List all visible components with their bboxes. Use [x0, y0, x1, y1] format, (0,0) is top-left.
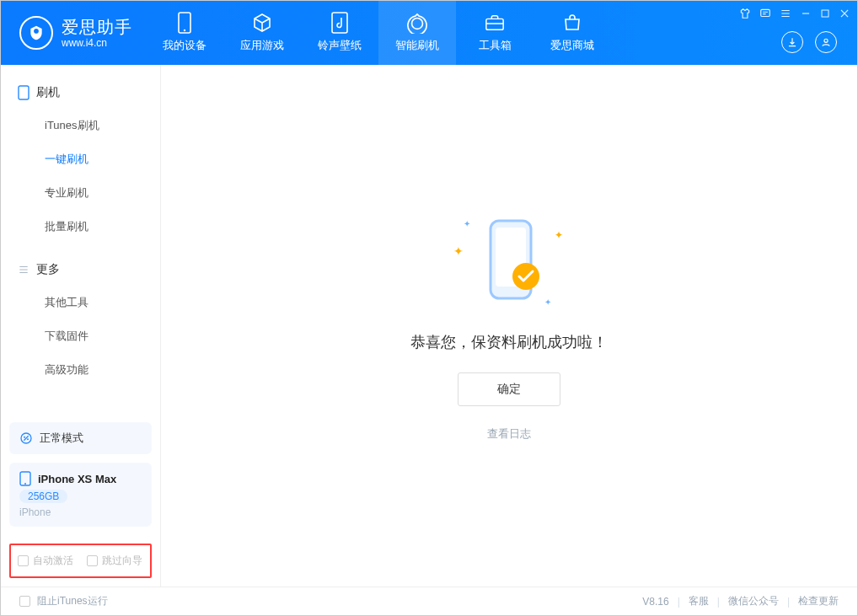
phone-outline-icon [18, 85, 29, 100]
footer-link-support[interactable]: 客服 [689, 594, 709, 608]
device-icon [174, 13, 195, 33]
sidebar: 刷机 iTunes刷机 一键刷机 专业刷机 批量刷机 更多 其他工具 下载固件 … [1, 65, 161, 587]
window-controls [739, 1, 850, 26]
sidebar-item-pro-flash[interactable]: 专业刷机 [1, 176, 160, 210]
header-tabs: 我的设备 应用游戏 铃声壁纸 智能刷机 工具箱 爱思商城 [146, 1, 611, 65]
logo: 爱思助手 www.i4.cn [1, 1, 146, 65]
option-skip-guide[interactable]: 跳过向导 [87, 554, 142, 568]
sidebar-item-download-fw[interactable]: 下载固件 [1, 319, 160, 353]
music-icon [330, 13, 350, 33]
tab-my-device[interactable]: 我的设备 [146, 1, 223, 65]
success-illustration: ✦ ✦ ✦ ✦ [458, 211, 560, 312]
sidebar-group-flash: 刷机 [1, 78, 160, 107]
view-log-link[interactable]: 查看日志 [487, 426, 531, 442]
tab-label: 铃声壁纸 [318, 38, 362, 53]
svg-point-9 [24, 437, 25, 438]
version-label: V8.16 [642, 596, 668, 608]
tab-label: 工具箱 [479, 38, 512, 53]
checkbox-icon [87, 555, 98, 566]
option-auto-activate[interactable]: 自动激活 [18, 554, 73, 568]
main-content: ✦ ✦ ✦ ✦ 恭喜您，保资料刷机成功啦！ 确定 查看日志 [161, 65, 857, 587]
tab-label: 我的设备 [163, 38, 206, 53]
footer-link-wechat[interactable]: 微信公众号 [728, 594, 779, 608]
app-header: 爱思助手 www.i4.cn 我的设备 应用游戏 铃声壁纸 智能刷机 工具箱 爱… [1, 1, 857, 65]
tab-store[interactable]: 爱思商城 [534, 1, 611, 65]
tab-toolbox[interactable]: 工具箱 [456, 1, 534, 65]
tab-label: 爱思商城 [550, 38, 594, 53]
options-box: 自动激活 跳过向导 [9, 544, 152, 578]
tab-apps[interactable]: 应用游戏 [223, 1, 301, 65]
user-button[interactable] [815, 31, 837, 53]
device-name: iPhone XS Max [38, 473, 116, 485]
device-card[interactable]: iPhone XS Max 256GB iPhone [9, 463, 152, 527]
svg-point-1 [184, 29, 185, 31]
checkbox-icon[interactable] [19, 596, 30, 607]
mode-card[interactable]: 正常模式 [9, 422, 152, 454]
footer-link-update[interactable]: 检查更新 [798, 594, 839, 608]
close-button[interactable] [839, 8, 850, 19]
sidebar-group-more: 更多 [1, 255, 160, 284]
block-itunes-label[interactable]: 阻止iTunes运行 [37, 594, 108, 608]
tab-ringtones[interactable]: 铃声壁纸 [301, 1, 378, 65]
sparkle-icon: ✦ [464, 219, 470, 228]
menu-icon[interactable] [780, 8, 791, 19]
download-button[interactable] [781, 31, 803, 53]
store-icon [562, 13, 582, 33]
sidebar-group-title: 更多 [36, 262, 60, 277]
sparkle-icon: ✦ [555, 229, 563, 241]
svg-point-10 [27, 438, 29, 440]
svg-rect-3 [486, 19, 503, 29]
app-site: www.i4.cn [62, 37, 132, 49]
list-icon [18, 264, 29, 276]
sidebar-item-advanced[interactable]: 高级功能 [1, 353, 160, 387]
sidebar-item-other-tools[interactable]: 其他工具 [1, 286, 160, 319]
sidebar-item-batch-flash[interactable]: 批量刷机 [1, 210, 160, 244]
svg-rect-4 [761, 9, 770, 16]
minimize-button[interactable] [800, 8, 812, 19]
sidebar-item-onekey-flash[interactable]: 一键刷机 [1, 142, 160, 176]
success-message: 恭喜您，保资料刷机成功啦！ [410, 332, 608, 352]
toolbox-icon [485, 13, 505, 33]
status-bar: 阻止iTunes运行 V8.16 | 客服 | 微信公众号 | 检查更新 [1, 587, 857, 615]
app-title: 爱思助手 [62, 17, 132, 37]
svg-point-12 [24, 483, 26, 485]
sidebar-group-title: 刷机 [36, 85, 60, 100]
shirt-icon[interactable] [739, 8, 751, 19]
device-capacity: 256GB [19, 490, 67, 503]
tab-smart-flash[interactable]: 智能刷机 [378, 1, 456, 65]
flash-icon [407, 13, 427, 33]
feedback-icon[interactable] [759, 8, 771, 19]
sparkle-icon: ✦ [453, 244, 464, 258]
tab-label: 应用游戏 [240, 38, 284, 53]
sidebar-item-itunes-flash[interactable]: iTunes刷机 [1, 109, 160, 142]
confirm-button[interactable]: 确定 [458, 372, 560, 406]
apps-icon [252, 13, 272, 33]
sparkle-icon: ✦ [544, 297, 551, 307]
svg-point-6 [824, 39, 828, 42]
svg-rect-5 [822, 10, 829, 17]
mode-label: 正常模式 [40, 431, 83, 446]
device-small-icon [19, 471, 31, 486]
logo-icon [19, 16, 53, 50]
tab-label: 智能刷机 [395, 38, 439, 53]
maximize-button[interactable] [820, 8, 830, 19]
mode-icon [19, 431, 33, 445]
checkbox-icon [18, 555, 29, 566]
svg-rect-7 [19, 86, 29, 99]
device-subtitle: iPhone [19, 506, 142, 518]
header-right-buttons [781, 31, 837, 53]
